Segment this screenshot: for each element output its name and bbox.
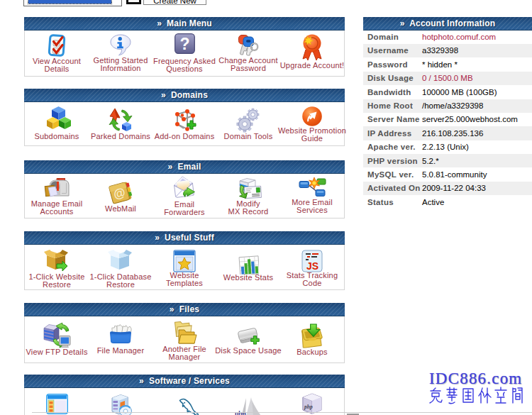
svg-text:JS: JS xyxy=(306,260,318,272)
svg-text:php: php xyxy=(304,404,313,410)
svg-text:?: ? xyxy=(179,35,189,53)
